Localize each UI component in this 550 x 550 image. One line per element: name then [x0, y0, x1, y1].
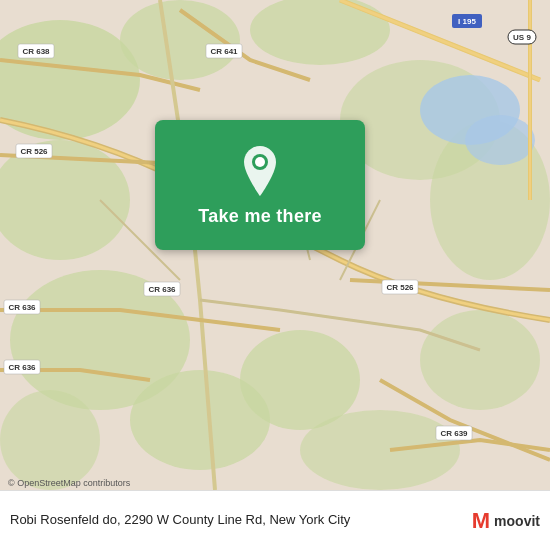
svg-text:CR 636: CR 636: [148, 285, 176, 294]
moovit-name: moovit: [494, 513, 540, 529]
svg-text:US 9: US 9: [513, 33, 531, 42]
address-text: Robi Rosenfeld do, 2290 W County Line Rd…: [10, 511, 472, 529]
moovit-m-letter: M: [472, 508, 490, 534]
svg-text:CR 638: CR 638: [22, 47, 50, 56]
info-bar: Robi Rosenfeld do, 2290 W County Line Rd…: [0, 490, 550, 550]
svg-text:CR 641: CR 641: [210, 47, 238, 56]
button-label: Take me there: [198, 206, 322, 227]
svg-text:CR 526: CR 526: [20, 147, 48, 156]
svg-point-36: [255, 157, 265, 167]
svg-text:CR 636: CR 636: [8, 303, 36, 312]
svg-text:CR 636: CR 636: [8, 363, 36, 372]
take-me-there-button[interactable]: Take me there: [155, 120, 365, 250]
svg-text:CR 639: CR 639: [440, 429, 468, 438]
osm-credit: © OpenStreetMap contributors: [8, 478, 130, 488]
map-container: CR 638 CR 641 I 195 US 9 CR 526 CR 526 C…: [0, 0, 550, 490]
moovit-logo: M moovit: [472, 508, 540, 534]
svg-text:CR 526: CR 526: [386, 283, 414, 292]
svg-point-10: [420, 310, 540, 410]
svg-point-14: [465, 115, 535, 165]
svg-point-12: [0, 390, 100, 490]
svg-text:I 195: I 195: [458, 17, 476, 26]
location-pin-icon: [238, 144, 282, 198]
svg-point-11: [300, 410, 460, 490]
